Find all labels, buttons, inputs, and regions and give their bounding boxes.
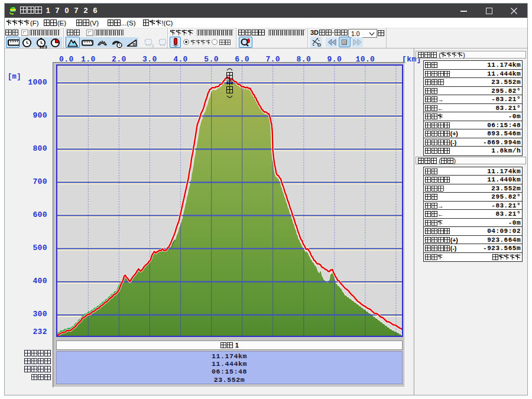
svg-text:123: 123 <box>39 44 47 48</box>
svg-text:1: 1 <box>152 44 154 48</box>
svg-text:.: . <box>166 44 167 48</box>
